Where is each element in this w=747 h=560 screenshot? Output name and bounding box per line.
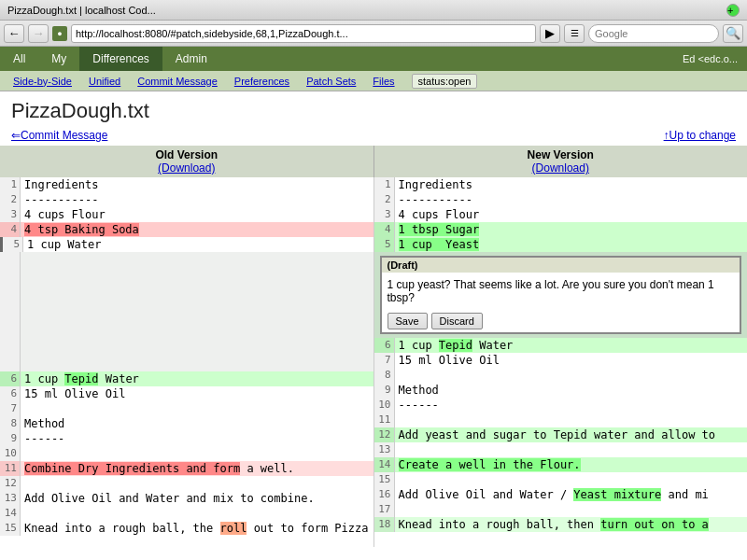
new-version-header: New Version (Download) [374, 146, 748, 177]
table-row: 10 [0, 446, 374, 461]
table-row: 14Create a well in the Flour. [374, 457, 748, 472]
table-row: 18Knead into a rough ball, then turn out… [374, 517, 748, 532]
browser-title: PizzaDough.txt | localhost Cod... [7, 5, 156, 16]
subnav-unified[interactable]: Unified [81, 74, 128, 89]
table-row [0, 357, 374, 371]
table-row: 615 ml Olive Oil [0, 386, 374, 401]
subnav-commit-message[interactable]: Commit Message [130, 74, 225, 89]
table-row [0, 252, 374, 267]
new-download-link[interactable]: (Download) [532, 161, 589, 175]
browser-titlebar: PizzaDough.txt | localhost Cod... + [0, 0, 747, 21]
table-row: 2----------- [0, 192, 374, 207]
table-row: 61 cup Tepid Water [374, 338, 748, 353]
nav-all[interactable]: All [0, 47, 38, 71]
table-row: 51 cup Yeast [374, 237, 748, 252]
menu-button[interactable]: ☰ [564, 24, 585, 43]
search-bar[interactable] [588, 24, 719, 43]
table-row: 8 [374, 368, 748, 383]
discard-button[interactable]: Discard [431, 313, 483, 329]
table-row: 41 tbsp Sugar [374, 222, 748, 237]
comment-header: (Draft) [382, 258, 740, 273]
table-row: 2----------- [374, 192, 748, 207]
table-row: 61 cup Tepid Water [0, 371, 374, 386]
table-row: 11 [374, 413, 748, 427]
forward-button[interactable]: → [28, 24, 49, 43]
search-button[interactable]: 🔍 [723, 24, 743, 43]
commit-message-link[interactable]: ⇐Commit Message [11, 129, 107, 142]
table-row: 17 [374, 502, 748, 517]
comment-box: (Draft) 1 cup yeast? That seems like a l… [380, 256, 742, 334]
comment-body: 1 cup yeast? That seems like a lot. Are … [382, 273, 740, 310]
status-badge: status:open [412, 74, 478, 89]
table-row: 14 [0, 506, 374, 521]
old-download-link[interactable]: (Download) [158, 161, 215, 175]
subnav-preferences[interactable]: Preferences [227, 74, 297, 89]
diff-container: Old Version (Download) New Version (Down… [0, 146, 747, 547]
diff-old-side: 1Ingredients 2----------- 34 cups Flour … [0, 177, 374, 547]
table-row: 51 cup Water [0, 237, 374, 252]
subnav-files[interactable]: Files [365, 74, 402, 89]
table-row [0, 312, 374, 327]
subnav-patch-sets[interactable]: Patch Sets [299, 74, 363, 89]
user-info: Ed <edc.o... [673, 47, 747, 71]
nav-admin[interactable]: Admin [162, 47, 220, 71]
new-tab-button[interactable]: + [726, 4, 740, 17]
table-row: 8Method [0, 416, 374, 431]
old-version-header: Old Version (Download) [0, 146, 374, 177]
go-button[interactable]: ▶ [540, 24, 560, 43]
up-to-change-link[interactable]: ↑Up to change [664, 129, 736, 142]
table-row: 44 tsp Baking Soda [0, 222, 374, 237]
comment-container: (Draft) 1 cup yeast? That seems like a l… [374, 252, 748, 338]
table-row: 12Add yeast and sugar to Tepid water and… [374, 427, 748, 442]
links-bar: ⇐Commit Message ↑Up to change [0, 127, 747, 146]
save-button[interactable]: Save [388, 313, 428, 329]
table-row: 15Knead into a rough ball, the roll out … [0, 521, 374, 536]
table-row [0, 282, 374, 297]
favicon: ● [52, 26, 67, 41]
diff-new-side: 1Ingredients 2----------- 34 cups Flour … [374, 177, 748, 547]
table-row: 34 cups Flour [0, 207, 374, 222]
page-title: PizzaDough.txt [0, 91, 747, 127]
table-row [0, 327, 374, 342]
table-row: 12 [0, 476, 374, 491]
sub-nav: Side-by-Side Unified Commit Message Pref… [0, 71, 747, 91]
url-bar[interactable] [71, 24, 536, 43]
table-row: 9------ [0, 431, 374, 446]
browser-toolbar: ← → ● ▶ ☰ 🔍 [0, 21, 747, 47]
nav-differences[interactable]: Differences [79, 47, 162, 71]
table-row: 7 [0, 401, 374, 416]
table-row: 9Method [374, 383, 748, 398]
table-row [0, 342, 374, 357]
diff-header: Old Version (Download) New Version (Down… [0, 146, 747, 177]
table-row: 715 ml Olive Oil [374, 353, 748, 368]
table-row: 13Add Olive Oil and Water and mix to com… [0, 491, 374, 506]
diff-body: 1Ingredients 2----------- 34 cups Flour … [0, 177, 747, 547]
table-row: 13 [374, 442, 748, 457]
table-row: 1Ingredients [0, 177, 374, 192]
browser-controls: + [726, 4, 740, 17]
table-row [0, 267, 374, 282]
table-row [0, 297, 374, 312]
table-row: 15 [374, 472, 748, 487]
table-row: 16Add Olive Oil and Water / Yeast mixtur… [374, 487, 748, 502]
table-row: 34 cups Flour [374, 207, 748, 222]
app-nav: All My Differences Admin Ed <edc.o... [0, 47, 747, 71]
back-button[interactable]: ← [4, 24, 24, 43]
comment-footer: Save Discard [382, 310, 740, 332]
table-row: 10------ [374, 398, 748, 413]
nav-my[interactable]: My [38, 47, 79, 71]
subnav-sidebyside[interactable]: Side-by-Side [6, 74, 79, 89]
table-row: 1Ingredients [374, 177, 748, 192]
table-row: 11Combine Dry Ingredients and form a wel… [0, 461, 374, 476]
